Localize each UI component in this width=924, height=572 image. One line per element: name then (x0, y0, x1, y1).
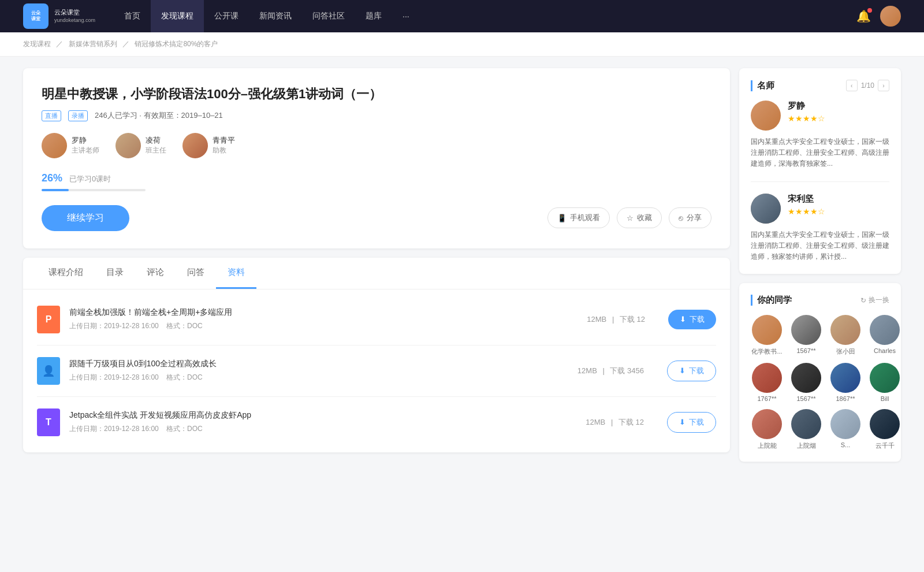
notification-dot (867, 8, 872, 13)
tab-intro[interactable]: 课程介绍 (37, 258, 95, 289)
classmate-7[interactable]: 1867** (829, 363, 862, 402)
classmate-3[interactable]: 张小田 (829, 315, 862, 356)
tabs-card: 课程介绍 目录 评论 问答 资料 P 前端全栈加强版！前端全栈+全周期+多端应用… (23, 258, 730, 452)
continue-learning-button[interactable]: 继续学习 (42, 205, 129, 231)
resource-info-3: Jetpack全组件实战 开发短视频应用高仿皮皮虾App 上传日期：2019-1… (69, 410, 576, 434)
breadcrumb-current: 销冠修炼术搞定80%的客户 (135, 40, 218, 48)
mobile-view-button[interactable]: 📱 手机观看 (547, 207, 610, 228)
breadcrumb-link-discover[interactable]: 发现课程 (23, 40, 51, 48)
classmate-2[interactable]: 1567** (790, 315, 822, 356)
teacher-2-role: 班主任 (146, 146, 166, 155)
badge-live: 直播 (42, 110, 61, 121)
classmate-7-avatar (830, 363, 860, 393)
resource-info-1: 前端全栈加强版！前端全栈+全周期+多端应用 上传日期：2019-12-28 16… (69, 307, 578, 331)
download-button-3[interactable]: ⬇ 下载 (667, 412, 716, 433)
teacher-3-avatar (182, 133, 208, 158)
course-meta-text: 246人已学习 · 有效期至：2019–10–21 (95, 110, 223, 121)
resource-meta-2: 上传日期：2019-12-28 16:00 格式：DOC (69, 373, 568, 382)
classmate-11[interactable]: S... (829, 409, 862, 450)
nav-item-discover[interactable]: 发现课程 (151, 0, 204, 32)
resource-stats-3: 12MB | 下载 12 (586, 417, 644, 428)
download-icon-3: ⬇ (679, 418, 685, 426)
sidebar-teacher-2-name: 宋利坚 (788, 194, 825, 205)
resource-item-2: 👤 跟随千万级项目从0到100全过程高效成长 上传日期：2019-12-28 1… (37, 346, 716, 397)
nav-item-quiz[interactable]: 题库 (355, 0, 392, 32)
progress-bar-fill (42, 189, 69, 191)
teacher-2-avatar (116, 133, 141, 158)
classmate-8-name: Bill (869, 395, 901, 402)
resource-title-1: 前端全栈加强版！前端全栈+全周期+多端应用 (69, 307, 578, 318)
resource-meta-1: 上传日期：2019-12-28 16:00 格式：DOC (69, 321, 578, 331)
course-meta: 直播 录播 246人已学习 · 有效期至：2019–10–21 (42, 110, 711, 121)
classmate-10[interactable]: 上院烟 (790, 409, 822, 450)
classmate-7-name: 1867** (829, 395, 862, 402)
classmate-9-name: 上院能 (751, 441, 783, 450)
classmate-1-avatar (752, 315, 782, 345)
teacher-3-name: 青青平 (213, 135, 235, 146)
teacher-3-role: 助教 (213, 146, 235, 155)
progress-section: 26% 已学习0课时 (42, 172, 711, 191)
classmate-1-name: 化学教书... (751, 347, 783, 356)
user-avatar[interactable] (880, 6, 901, 27)
download-button-1[interactable]: ⬇ 下载 (668, 310, 716, 329)
tab-qa[interactable]: 问答 (176, 258, 216, 289)
teacher-1-avatar (42, 133, 67, 158)
share-button[interactable]: ⎋ 分享 (669, 207, 711, 228)
tabs-header: 课程介绍 目录 评论 问答 资料 (23, 258, 730, 289)
star-icon: ☆ (627, 214, 634, 222)
teachers-pagination: ‹ 1/10 › (846, 80, 889, 91)
classmate-4-name: Charles (869, 347, 901, 354)
breadcrumb-link-series[interactable]: 新媒体营销系列 (69, 40, 117, 48)
collect-button[interactable]: ☆ 收藏 (617, 207, 662, 228)
classmate-2-name: 1567** (790, 347, 822, 354)
sidebar-teacher-2-desc: 国内某重点大学安全工程专业硕士，国家一级注册消防工程师、注册安全工程师、级注册建… (751, 229, 889, 263)
classmate-6-name: 1567** (790, 395, 822, 402)
download-button-2[interactable]: ⬇ 下载 (667, 361, 716, 381)
logo[interactable]: 云朵课堂 云朵课堂 yundoketang.com (23, 3, 95, 29)
resource-info-2: 跟随千万级项目从0到100全过程高效成长 上传日期：2019-12-28 16:… (69, 359, 568, 382)
notification-bell[interactable]: 🔔 (856, 9, 871, 23)
teacher-2[interactable]: 凌荷 班主任 (116, 133, 166, 158)
prev-teacher-button[interactable]: ‹ (846, 80, 858, 91)
resource-item-1: P 前端全栈加强版！前端全栈+全周期+多端应用 上传日期：2019-12-28 … (37, 294, 716, 346)
classmate-12-avatar (870, 409, 900, 439)
classmate-8[interactable]: Bill (869, 363, 901, 402)
sidebar-teacher-1-name: 罗静 (788, 101, 825, 112)
classmate-9[interactable]: 上院能 (751, 409, 783, 450)
teacher-3[interactable]: 青青平 助教 (182, 133, 235, 158)
classmate-1[interactable]: 化学教书... (751, 315, 783, 356)
teacher-1[interactable]: 罗静 主讲老师 (42, 133, 99, 158)
nav-right: 🔔 (856, 6, 901, 27)
nav-item-news[interactable]: 新闻资讯 (249, 0, 302, 32)
resource-meta-3: 上传日期：2019-12-28 16:00 格式：DOC (69, 424, 576, 434)
breadcrumb: 发现课程 ／ 新媒体营销系列 ／ 销冠修炼术搞定80%的客户 (0, 32, 924, 57)
sidebar-teacher-1: 罗静 ★★★★☆ 国内某重点大学安全工程专业硕士，国家一级注册消防工程师、注册安… (751, 101, 889, 182)
logo-icon: 云朵课堂 (23, 3, 49, 29)
resource-icon-3: T (37, 408, 60, 436)
classmate-4-avatar (870, 315, 900, 345)
classmate-4[interactable]: Charles (869, 315, 901, 356)
nav-item-qa[interactable]: 问答社区 (302, 0, 355, 32)
teachers-sidebar-card: 名师 ‹ 1/10 › 罗静 ★★★★☆ 国内某重点大学安全工程专业硕士，国家一… (739, 68, 901, 274)
next-teacher-button[interactable]: › (878, 80, 889, 91)
nav-item-open[interactable]: 公开课 (204, 0, 249, 32)
nav-item-home[interactable]: 首页 (114, 0, 151, 32)
progress-label: 26% (42, 172, 62, 184)
course-actions: 继续学习 📱 手机观看 ☆ 收藏 ⎋ 分享 (42, 205, 711, 231)
classmate-6-avatar (791, 363, 821, 393)
course-title: 明星中教授课，小学阶段语法100分–强化级第1讲动词（一） (42, 86, 711, 103)
tab-reviews[interactable]: 评论 (135, 258, 176, 289)
nav-item-more[interactable]: ··· (392, 0, 420, 32)
classmate-12[interactable]: 云千千 (869, 409, 901, 450)
nav-items: 首页 发现课程 公开课 新闻资讯 问答社区 题库 ··· (114, 0, 856, 32)
tab-catalogue[interactable]: 目录 (95, 258, 135, 289)
breadcrumb-sep-2: ／ (122, 40, 129, 48)
classmate-11-avatar (830, 409, 860, 439)
classmate-6[interactable]: 1567** (790, 363, 822, 402)
classmate-3-avatar (830, 315, 860, 345)
classmates-refresh-btn[interactable]: ↻ 换一换 (860, 295, 889, 305)
sidebar-teacher-2: 宋利坚 ★★★★☆ 国内某重点大学安全工程专业硕士，国家一级注册消防工程师、注册… (751, 194, 889, 263)
classmate-5[interactable]: 1767** (751, 363, 783, 402)
tab-resources[interactable]: 资料 (216, 258, 256, 289)
teacher-2-name: 凌荷 (146, 135, 166, 146)
